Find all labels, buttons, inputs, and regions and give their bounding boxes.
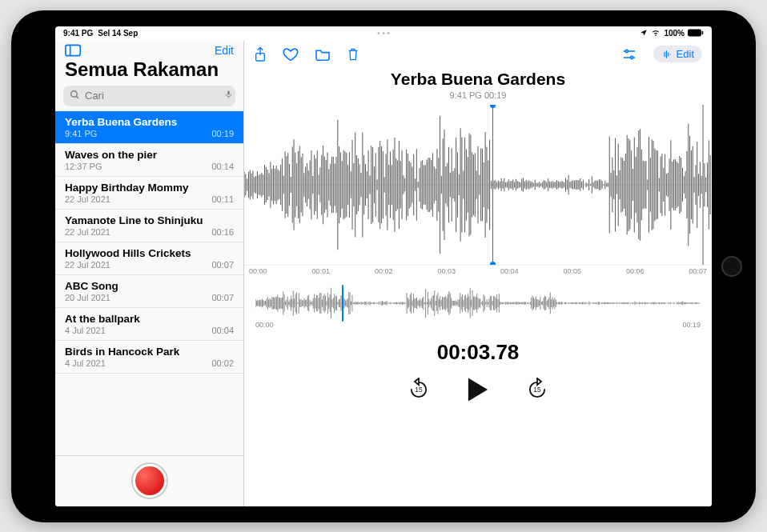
svg-text:15: 15 [415, 386, 423, 394]
svg-point-11 [630, 56, 632, 58]
svg-point-4 [71, 90, 78, 97]
search-field[interactable] [63, 86, 235, 106]
list-item-title: At the ballpark [65, 313, 234, 325]
timeline-tick: 00:01 [311, 267, 330, 275]
recording-list-item[interactable]: Yamanote Line to Shinjuku22 Jul 202100:1… [55, 210, 243, 242]
trash-icon[interactable] [347, 46, 359, 62]
waveform-main[interactable] [244, 105, 712, 265]
list-item-meta: 22 Jul 2021 [65, 194, 110, 204]
list-item-duration: 00:19 [211, 129, 234, 138]
main-panel: Edit Yerba Buena Gardens 9:41 PG 00:19 0… [244, 41, 712, 506]
battery-percent: 100% [664, 29, 685, 38]
timeline-tick: 00:02 [375, 267, 393, 275]
play-button[interactable] [466, 376, 490, 406]
list-item-title: Waves on the pier [65, 149, 234, 161]
svg-rect-1 [702, 30, 704, 34]
svg-point-9 [625, 50, 628, 52]
sidebar-edit-button[interactable]: Edit [215, 44, 234, 57]
svg-rect-0 [688, 29, 701, 36]
list-item-title: Yerba Buena Gardens [65, 116, 234, 128]
list-item-meta: 4 Jul 2021 [65, 358, 106, 368]
timeline-tick: 00:06 [626, 267, 645, 275]
svg-text:15: 15 [533, 386, 541, 394]
options-icon[interactable] [621, 48, 637, 61]
recording-list-item[interactable]: Hollywood Hills Crickets22 Jul 202100:07 [55, 242, 243, 275]
recording-list[interactable]: Yerba Buena Gardens9:41 PG00:19Waves on … [55, 111, 243, 455]
recording-title: Yerba Buena Gardens [244, 70, 712, 89]
folder-icon[interactable] [315, 48, 331, 61]
battery-icon [688, 29, 704, 38]
screen: 9:41 PG Sel 14 Sep 100% [55, 26, 712, 506]
list-item-meta: 4 Jul 2021 [65, 326, 106, 335]
list-item-duration: 00:16 [211, 227, 234, 237]
svg-rect-6 [227, 90, 230, 95]
status-bar: 9:41 PG Sel 14 Sep 100% [55, 26, 712, 41]
scrub-start-label: 00:00 [255, 321, 274, 329]
record-area [55, 455, 243, 506]
list-item-duration: 00:04 [211, 326, 234, 335]
list-item-duration: 00:07 [211, 293, 234, 302]
list-item-duration: 00:07 [211, 260, 234, 270]
status-date: Sel 14 Sep [98, 29, 138, 38]
timeline-tick: 00:04 [500, 267, 519, 275]
location-icon [640, 29, 648, 38]
record-button[interactable] [133, 464, 167, 498]
recording-list-item[interactable]: At the ballpark4 Jul 202100:04 [55, 308, 243, 341]
mic-icon[interactable] [224, 89, 233, 102]
playback-timer: 00:03.78 [244, 340, 712, 365]
skip-forward-button[interactable]: 15 [525, 378, 549, 405]
list-item-duration: 00:11 [211, 194, 234, 204]
playhead[interactable] [492, 105, 493, 265]
list-item-duration: 00:02 [211, 358, 234, 368]
recording-list-item[interactable]: Birds in Hancock Park4 Jul 202100:02 [55, 341, 243, 374]
timeline-tick: 00:05 [563, 267, 581, 275]
recording-list-item[interactable]: ABC Song20 Jul 202100:07 [55, 275, 243, 308]
wifi-icon [651, 29, 661, 38]
status-time: 9:41 PG [63, 29, 93, 38]
svg-rect-2 [66, 45, 80, 55]
sidebar-title: Semua Rakaman [55, 57, 243, 86]
timeline-tick: 00:03 [437, 267, 456, 275]
edit-recording-label: Edit [677, 48, 694, 60]
timeline-tick: 00:07 [689, 267, 707, 275]
multitask-dots[interactable] [378, 32, 390, 34]
list-item-title: Yamanote Line to Shinjuku [65, 214, 234, 226]
favorite-icon[interactable] [283, 47, 299, 62]
edit-recording-button[interactable]: Edit [653, 46, 702, 62]
recording-subtitle: 9:41 PG 00:19 [244, 90, 712, 100]
list-item-title: ABC Song [65, 280, 234, 292]
timeline-tick: 00:00 [249, 267, 267, 275]
list-item-duration: 00:14 [211, 162, 234, 171]
recording-list-item[interactable]: Happy Birthday Mommy22 Jul 202100:11 [55, 177, 243, 210]
list-item-meta: 22 Jul 2021 [65, 227, 110, 237]
home-button[interactable] [721, 256, 742, 277]
recording-list-item[interactable]: Yerba Buena Gardens9:41 PG00:19 [55, 111, 243, 144]
share-icon[interactable] [254, 46, 267, 62]
list-item-title: Happy Birthday Mommy [65, 182, 234, 194]
timeline-ruler: 00:0000:0100:0200:0300:0400:0500:0600:07 [244, 265, 712, 278]
recording-list-item[interactable]: Waves on the pier12:37 PG00:14 [55, 144, 243, 177]
list-item-meta: 20 Jul 2021 [65, 293, 110, 302]
sidebar: Edit Semua Rakaman Yerba Buena Gardens9:… [55, 41, 244, 506]
list-item-meta: 12:37 PG [65, 162, 102, 171]
waveform-overview[interactable] [255, 287, 701, 319]
scrub-end-label: 00:19 [682, 321, 701, 329]
skip-back-button[interactable]: 15 [407, 378, 431, 405]
ipad-device: 9:41 PG Sel 14 Sep 100% [11, 10, 756, 522]
list-item-title: Birds in Hancock Park [65, 346, 234, 358]
main-toolbar: Edit [244, 41, 712, 68]
list-item-meta: 22 Jul 2021 [65, 260, 110, 270]
list-item-title: Hollywood Hills Crickets [65, 247, 234, 259]
sidebar-toggle-icon[interactable] [65, 44, 81, 57]
list-item-meta: 9:41 PG [65, 129, 97, 138]
search-icon [70, 90, 80, 102]
search-input[interactable] [85, 90, 219, 102]
svg-line-5 [76, 96, 78, 98]
playback-controls: 15 15 [244, 376, 712, 406]
